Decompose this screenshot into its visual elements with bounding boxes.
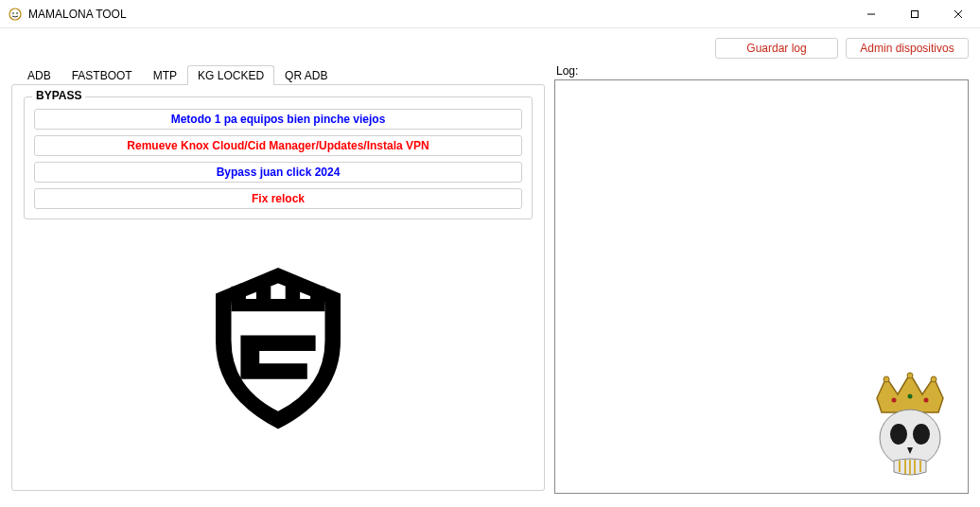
right-panel: Log: [554, 64, 969, 494]
window-title: MAMALONA TOOL [28, 8, 849, 21]
window-controls [849, 0, 980, 28]
juan-click-button[interactable]: Bypass juan click 2024 [34, 162, 522, 183]
tab-qr-adb[interactable]: QR ADB [274, 65, 338, 85]
main-content: ADB FASTBOOT MTP KG LOCKED QR ADB BYPASS… [0, 64, 980, 499]
svg-point-16 [908, 394, 913, 399]
statusbar: Regalame 1 dolar, tengo hambre!!! Binanc… [0, 499, 980, 507]
svg-point-2 [16, 12, 18, 14]
tabs-header: ADB FASTBOOT MTP KG LOCKED QR ADB [17, 64, 545, 84]
svg-rect-4 [912, 10, 919, 17]
bypass-group-title: BYPASS [32, 89, 85, 102]
svg-point-14 [931, 376, 936, 382]
svg-point-13 [907, 373, 913, 378]
fix-relock-button[interactable]: Fix relock [34, 188, 522, 209]
minimize-button[interactable] [849, 0, 893, 28]
skull-crown-icon [858, 370, 962, 487]
toolbar: Guardar log Admin dispositivos [0, 28, 980, 64]
maximize-button[interactable] [893, 0, 936, 28]
titlebar: MAMALONA TOOL [0, 0, 980, 28]
svg-point-0 [9, 9, 21, 20]
svg-point-15 [892, 398, 897, 403]
shield-logo [24, 236, 533, 445]
tab-adb[interactable]: ADB [17, 65, 61, 85]
log-textarea[interactable] [554, 79, 969, 494]
remove-knox-button[interactable]: Remueve Knox Cloud/Cid Manager/Updates/I… [34, 135, 522, 156]
tab-panel-kg-locked: BYPASS Metodo 1 pa equipos bien pinche v… [11, 84, 545, 491]
svg-point-19 [890, 424, 907, 445]
close-button[interactable] [936, 0, 980, 28]
admin-devices-button[interactable]: Admin dispositivos [846, 38, 969, 59]
svg-point-20 [913, 424, 930, 445]
tab-mtp[interactable]: MTP [143, 65, 187, 85]
bypass-groupbox: BYPASS Metodo 1 pa equipos bien pinche v… [24, 96, 533, 219]
svg-rect-11 [232, 299, 325, 311]
svg-point-1 [12, 12, 14, 14]
save-log-button[interactable]: Guardar log [715, 38, 838, 59]
tab-fastboot[interactable]: FASTBOOT [61, 65, 143, 85]
tab-kg-locked[interactable]: KG LOCKED [187, 65, 274, 85]
method1-button[interactable]: Metodo 1 pa equipos bien pinche viejos [34, 109, 522, 130]
log-label: Log: [556, 64, 969, 78]
svg-point-17 [924, 398, 929, 403]
left-panel: ADB FASTBOOT MTP KG LOCKED QR ADB BYPASS… [11, 64, 545, 494]
svg-point-12 [884, 376, 889, 382]
svg-point-18 [880, 410, 940, 466]
app-icon [8, 7, 23, 22]
